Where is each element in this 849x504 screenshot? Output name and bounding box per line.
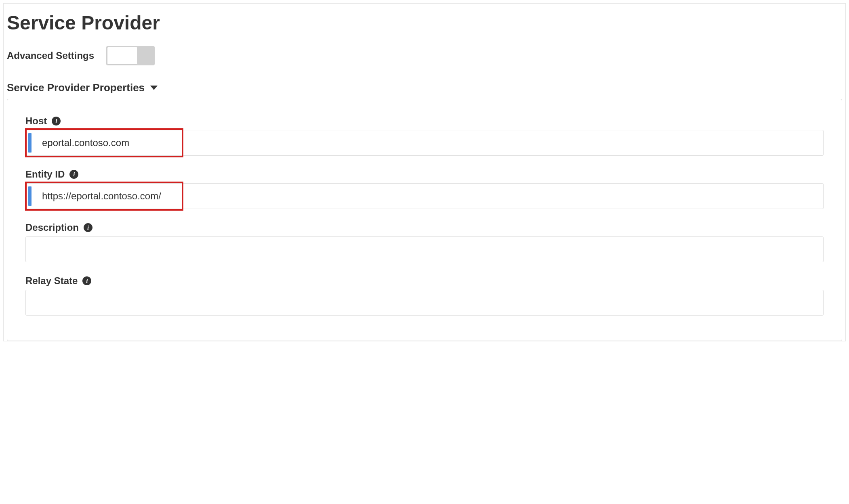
description-input-wrapper: [25, 236, 824, 262]
host-field-group: Host i: [25, 115, 824, 156]
description-field-group: Description i: [25, 222, 824, 262]
page-title: Service Provider: [4, 8, 845, 46]
section-title: Service Provider Properties: [7, 82, 145, 94]
toggle-handle: [107, 47, 138, 65]
description-input[interactable]: [25, 236, 824, 262]
properties-panel: Host i Entity ID i Description: [7, 99, 842, 341]
page-container: Service Provider Advanced Settings Servi…: [3, 3, 846, 341]
required-marker: [28, 133, 32, 153]
description-label-row: Description i: [25, 222, 824, 233]
relay-state-input[interactable]: [25, 290, 824, 316]
advanced-settings-row: Advanced Settings: [4, 46, 845, 82]
entity-id-label-row: Entity ID i: [25, 169, 824, 180]
advanced-settings-label: Advanced Settings: [7, 50, 94, 61]
info-icon[interactable]: i: [52, 117, 61, 125]
entity-id-input-wrapper: [25, 183, 824, 209]
entity-id-input[interactable]: [25, 183, 824, 209]
relay-state-label: Relay State: [25, 275, 78, 287]
entity-id-field-group: Entity ID i: [25, 169, 824, 209]
relay-state-input-wrapper: [25, 290, 824, 316]
host-input[interactable]: [25, 130, 824, 156]
advanced-settings-toggle[interactable]: [106, 46, 155, 65]
host-label: Host: [25, 115, 47, 127]
caret-down-icon: [150, 86, 158, 90]
host-input-wrapper: [25, 130, 824, 156]
relay-state-label-row: Relay State i: [25, 275, 824, 287]
relay-state-field-group: Relay State i: [25, 275, 824, 316]
entity-id-label: Entity ID: [25, 169, 65, 180]
info-icon[interactable]: i: [82, 276, 91, 285]
host-label-row: Host i: [25, 115, 824, 127]
section-header[interactable]: Service Provider Properties: [4, 82, 845, 99]
info-icon[interactable]: i: [84, 223, 92, 232]
required-marker: [28, 186, 32, 206]
info-icon[interactable]: i: [69, 170, 78, 179]
description-label: Description: [25, 222, 79, 233]
